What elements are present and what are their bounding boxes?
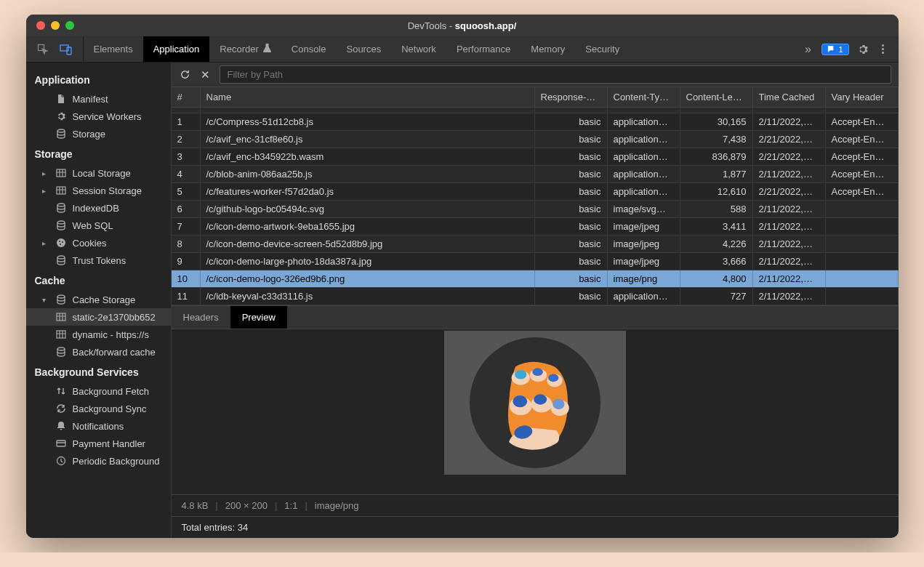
sidebar-item-manifest[interactable]: Manifest: [26, 90, 171, 108]
sidebar-item-web-sql[interactable]: Web SQL: [26, 217, 171, 234]
cell-name: /c/Compress-51d12cb8.js: [201, 113, 535, 130]
table-row[interactable]: 2/c/avif_enc-31cf8e60.jsbasicapplication…: [172, 131, 899, 148]
close-window-button[interactable]: [36, 21, 45, 30]
table-row[interactable]: 0/basictext/html; c…19,0882/11/2022,…Acc…: [172, 108, 899, 113]
table-row[interactable]: 11/c/idb-keyval-c33d3116.jsbasicapplicat…: [172, 288, 899, 305]
table-row[interactable]: 9/c/icon-demo-large-photo-18da387a.jpgba…: [172, 253, 899, 270]
column-header[interactable]: Name: [201, 87, 535, 107]
sidebar-item-payment-handler[interactable]: Payment Handler: [26, 435, 171, 452]
cell-len: 7,438: [680, 131, 753, 148]
cell-resp: basic: [535, 201, 608, 217]
panel-tab-performance[interactable]: Performance: [446, 36, 521, 62]
sidebar-item-cache-storage[interactable]: ▾Cache Storage: [26, 291, 171, 308]
grid-icon: [55, 185, 67, 196]
cell-vary: Accept-En…: [826, 183, 899, 200]
squoosh-logo-icon: [470, 337, 600, 468]
sidebar-item-label: Cache Storage: [73, 294, 136, 305]
column-header[interactable]: Content-Le…: [680, 87, 753, 107]
cell-resp: basic: [535, 288, 608, 305]
sidebar-item-background-fetch[interactable]: Background Fetch: [26, 382, 171, 400]
cell-ctype: application…: [608, 166, 680, 182]
cell-ctype: application…: [608, 183, 680, 200]
cell-resp: basic: [535, 113, 608, 130]
main-menu-icon[interactable]: [877, 43, 890, 56]
table-row[interactable]: 10/c/icon-demo-logo-326ed9b6.pngbasicima…: [172, 270, 899, 288]
devtools-window: DevTools - squoosh.app/ ElementsApplicat…: [26, 15, 899, 538]
sidebar-item-notifications[interactable]: Notifications: [26, 417, 171, 435]
cell-time: 2/11/2022,…: [753, 108, 826, 113]
table-row[interactable]: 1/c/Compress-51d12cb8.jsbasicapplication…: [172, 113, 899, 131]
sidebar-item-cookies[interactable]: ▸Cookies: [26, 234, 171, 252]
svg-point-3: [57, 129, 65, 132]
more-tabs-icon[interactable]: »: [801, 43, 814, 56]
column-header[interactable]: Time Cached: [753, 87, 826, 107]
table-row[interactable]: 8/c/icon-demo-device-screen-5d52d8b9.jpg…: [172, 236, 899, 253]
sidebar-item-label: Background Sync: [73, 403, 147, 414]
panel-tab-application[interactable]: Application: [143, 36, 210, 62]
column-header[interactable]: Response-…: [535, 87, 608, 107]
minimize-window-button[interactable]: [51, 21, 60, 30]
updown-icon: [55, 385, 67, 397]
sidebar-item-label: Back/forward cache: [73, 347, 156, 358]
panel-tab-elements[interactable]: Elements: [84, 36, 143, 62]
cell-name: /c/icon-demo-artwork-9eba1655.jpg: [201, 218, 535, 235]
table-row[interactable]: 6/c/github-logo-bc05494c.svgbasicimage/s…: [172, 201, 899, 218]
settings-icon[interactable]: [856, 43, 869, 56]
table-row[interactable]: 3/c/avif_enc-b345922b.wasmbasicapplicati…: [172, 148, 899, 166]
cell-len: 3,411: [680, 218, 753, 235]
panel-tab-console[interactable]: Console: [281, 36, 337, 62]
column-header[interactable]: Vary Header: [826, 87, 899, 107]
panel-tab-sources[interactable]: Sources: [336, 36, 391, 62]
sidebar-item-session-storage[interactable]: ▸Session Storage: [26, 182, 171, 199]
flask-icon: [263, 44, 271, 55]
cell-i: 1: [172, 113, 201, 130]
issues-badge[interactable]: 1: [821, 44, 848, 55]
sidebar-item-back-forward-cache[interactable]: Back/forward cache: [26, 343, 171, 361]
sidebar-item-background-sync[interactable]: Background Sync: [26, 400, 171, 417]
panel-tab-recorder[interactable]: Recorder: [209, 36, 281, 62]
sidebar-item-static-2e1370bb652[interactable]: static-2e1370bb652: [26, 308, 171, 326]
detail-tab-headers[interactable]: Headers: [172, 306, 230, 329]
inspect-element-icon[interactable]: [36, 43, 49, 56]
sidebar-item-indexeddb[interactable]: IndexedDB: [26, 199, 171, 217]
sidebar-item-label: Payment Handler: [73, 438, 145, 449]
mime-type: image/png: [315, 500, 359, 511]
cell-ctype: image/jpeg: [608, 218, 680, 235]
svg-point-9: [59, 241, 60, 242]
cell-time: 2/11/2022,…: [753, 270, 826, 287]
cell-vary: [826, 201, 899, 217]
cell-len: 836,879: [680, 148, 753, 165]
sidebar-item-local-storage[interactable]: ▸Local Storage: [26, 164, 171, 182]
grid-icon: [55, 167, 67, 179]
application-sidebar: ApplicationManifestService WorkersStorag…: [26, 63, 172, 538]
cell-len: 727: [680, 288, 753, 305]
sidebar-item-label: Web SQL: [73, 220, 113, 231]
table-row[interactable]: 7/c/icon-demo-artwork-9eba1655.jpgbasici…: [172, 218, 899, 236]
sidebar-item-label: Storage: [73, 129, 106, 140]
sidebar-item-periodic-background[interactable]: Periodic Background: [26, 452, 171, 470]
panel-tab-network[interactable]: Network: [391, 36, 446, 62]
cell-name: /c/icon-demo-device-screen-5d52d8b9.jpg: [201, 236, 535, 252]
sidebar-group-application: Application: [26, 68, 171, 90]
panel-tab-security[interactable]: Security: [575, 36, 630, 62]
sidebar-item-dynamic-https-s[interactable]: dynamic - https://s: [26, 326, 171, 343]
refresh-icon[interactable]: [179, 68, 192, 81]
filter-input[interactable]: [220, 65, 891, 84]
footer-status: Total entries: 34: [172, 516, 899, 538]
table-row[interactable]: 5/c/features-worker-f57d2da0.jsbasicappl…: [172, 183, 899, 201]
clock-icon: [55, 455, 67, 467]
sidebar-item-service-workers[interactable]: Service Workers: [26, 108, 171, 125]
svg-rect-14: [57, 313, 65, 321]
column-header[interactable]: #: [172, 87, 201, 107]
table-row[interactable]: 4/c/blob-anim-086aa25b.jsbasicapplicatio…: [172, 166, 899, 183]
panel-tab-memory[interactable]: Memory: [521, 36, 575, 62]
sidebar-item-storage[interactable]: Storage: [26, 125, 171, 142]
delete-icon[interactable]: ✕: [199, 68, 212, 81]
device-emulation-icon[interactable]: [60, 43, 73, 56]
maximize-window-button[interactable]: [65, 21, 74, 30]
column-header[interactable]: Content-Typ…: [608, 87, 680, 107]
db-icon: [55, 254, 67, 266]
detail-tab-preview[interactable]: Preview: [230, 306, 287, 329]
sidebar-item-trust-tokens[interactable]: Trust Tokens: [26, 252, 171, 269]
cell-len: 30,165: [680, 113, 753, 130]
